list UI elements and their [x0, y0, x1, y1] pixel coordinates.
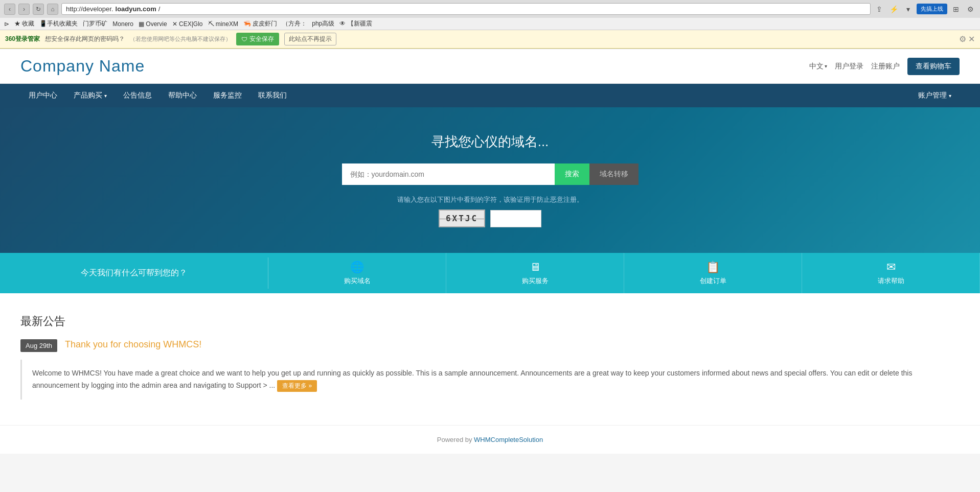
bookmark-monero[interactable]: Monero	[112, 20, 133, 28]
captcha-image: 6XTJC	[439, 209, 485, 227]
transfer-button[interactable]: 域名转移	[589, 163, 639, 185]
website: Company Name 中文 ▾ 用户登录 注册账户 查看购物车 用户中心 产…	[0, 49, 980, 454]
browser-settings-icon[interactable]: ⚙	[965, 4, 976, 15]
browser-action-button[interactable]: 先搞上线	[917, 4, 947, 14]
browser-chrome: ‹ › ↻ ⌂ http://developer.loadyun.com/ ⇪ …	[0, 0, 980, 49]
register-link[interactable]: 注册账户	[871, 62, 900, 71]
shield-icon: 🛡	[241, 36, 247, 43]
announcement-item: Aug 29th Thank you for choosing WHMCS!	[20, 339, 960, 352]
captcha-hint: 请输入您在以下图片中看到的字符，该验证用于防止恶意注册。	[397, 195, 583, 204]
browser-refresh-btn[interactable]: ↻	[33, 4, 44, 15]
announcement-body: Welcome to WHMCS! You have made a great …	[20, 360, 960, 400]
envelope-icon: ✉	[886, 261, 896, 274]
action-buy-service[interactable]: 🖥 购买服务	[446, 253, 624, 293]
hero-section: 寻找您心仪的域名... 搜索 域名转移 请输入您在以下图片中看到的字符，该验证用…	[0, 107, 980, 253]
bookmarks-label[interactable]: ⊳	[4, 20, 9, 28]
nav-item-user-center[interactable]: 用户中心	[20, 84, 65, 107]
action-items: 🌐 购买域名 🖥 购买服务 📋 创建订单 ✉ 请求帮助	[268, 253, 980, 293]
bookmark-favorites[interactable]: ★ 收藏	[14, 19, 34, 28]
hero-title: 寻找您心仪的域名...	[431, 133, 549, 151]
address-bar[interactable]: http://developer.loadyun.com/	[61, 3, 871, 15]
products-dropdown-arrow: ▾	[104, 93, 107, 99]
lightning-icon[interactable]: ⚡	[888, 4, 899, 15]
announcements-title: 最新公告	[20, 314, 960, 329]
bookmark-fangzhou[interactable]: （方舟：	[282, 19, 307, 28]
account-dropdown-arrow: ▾	[949, 93, 951, 99]
announcement-date: Aug 29th	[20, 339, 57, 352]
server-icon: 🖥	[530, 261, 541, 274]
nav-item-products[interactable]: 产品购买 ▾	[65, 84, 115, 107]
nav-item-monitor[interactable]: 服务监控	[205, 84, 250, 107]
read-more-button[interactable]: 查看更多	[277, 380, 317, 392]
captcha-section: 请输入您在以下图片中看到的字符，该验证用于防止恶意注册。 6XTJC	[397, 195, 583, 227]
language-selector[interactable]: 中文 ▾	[809, 62, 827, 71]
action-bar: 今天我们有什么可帮到您的？ 🌐 购买域名 🖥 购买服务 📋 创建订单 ✉ 请求帮…	[0, 253, 980, 293]
captcha-input[interactable]	[490, 210, 541, 227]
browser-forward-btn[interactable]: ›	[18, 4, 30, 15]
action-create-order-label: 创建订单	[700, 276, 726, 286]
bookmark-cex[interactable]: ✕ CEX|Glo	[172, 20, 203, 28]
browser-topbar: ‹ › ↻ ⌂ http://developer.loadyun.com/ ⇪ …	[0, 0, 980, 18]
language-label: 中文	[809, 62, 824, 71]
dropdown-icon[interactable]: ▾	[902, 4, 914, 15]
announcement-title-link[interactable]: Thank you for choosing WHMCS!	[65, 339, 201, 350]
no-show-button[interactable]: 此站点不再提示	[284, 33, 336, 45]
cart-button[interactable]: 查看购物车	[907, 58, 960, 75]
nav-item-account[interactable]: 账户管理 ▾	[910, 84, 960, 107]
address-url-plain: http://developer.	[66, 5, 113, 13]
action-buy-service-label: 购买服务	[522, 276, 549, 286]
domain-search-input[interactable]	[342, 163, 555, 185]
bookmark-xinjiang[interactable]: 👁 【新疆震	[339, 19, 372, 28]
safe-save-label: 安全保存	[249, 35, 274, 43]
browser-back-btn[interactable]: ‹	[4, 4, 15, 15]
bookmark-minexm[interactable]: ⛏ mineXM	[208, 20, 238, 28]
bookmark-mobile[interactable]: 📱手机收藏夹	[39, 19, 78, 28]
browser-right-icons: ⇪ ⚡ ▾ 先搞上线 ⊞ ⚙	[874, 4, 976, 15]
globe-icon: 🌐	[350, 261, 364, 274]
nav-item-announcements[interactable]: 公告信息	[115, 84, 160, 107]
search-button[interactable]: 搜索	[555, 163, 589, 185]
security-bar-label: 360登录管家	[5, 35, 40, 43]
address-url-bold: loadyun.com	[116, 5, 156, 13]
security-bar-note: （若您使用网吧等公共电脑不建议保存）	[130, 35, 231, 43]
share-icon[interactable]: ⇪	[874, 4, 885, 15]
address-url-end: /	[158, 5, 161, 13]
clipboard-icon: 📋	[706, 261, 720, 274]
site-nav: 用户中心 产品购买 ▾ 公告信息 帮助中心 服务监控 联系我们 账户管理 ▾	[0, 84, 980, 107]
site-logo: Company Name	[20, 57, 145, 76]
safe-save-button[interactable]: 🛡 安全保存	[236, 33, 279, 45]
bookmark-pipixia[interactable]: 🦐 皮皮虾门	[243, 19, 277, 28]
security-bar-text: 想安全保存此网页的密码吗？	[45, 35, 125, 43]
site-header: Company Name 中文 ▾ 用户登录 注册账户 查看购物车	[0, 49, 980, 84]
bookmark-monero-mine[interactable]: 门罗币矿	[83, 19, 107, 28]
action-buy-domain[interactable]: 🌐 购买域名	[268, 253, 446, 293]
captcha-row: 6XTJC	[439, 209, 541, 227]
announcement-body-text: Welcome to WHMCS! You have made a great …	[32, 369, 912, 389]
browser-home-btn[interactable]: ⌂	[47, 4, 58, 15]
security-bar: 360登录管家 想安全保存此网页的密码吗？ （若您使用网吧等公共电脑不建议保存）…	[0, 30, 980, 49]
language-dropdown-arrow: ▾	[825, 63, 827, 69]
hero-search-bar: 搜索 域名转移	[342, 163, 639, 185]
bookmark-overvie[interactable]: ▦ Overvie	[139, 20, 167, 28]
login-link[interactable]: 用户登录	[835, 62, 863, 71]
action-request-help[interactable]: ✉ 请求帮助	[802, 253, 980, 293]
nav-item-contact[interactable]: 联系我们	[250, 84, 295, 107]
footer-text: Powered by	[437, 436, 474, 443]
action-request-help-label: 请求帮助	[878, 276, 904, 286]
site-footer: Powered by WHMCompleteSolution	[0, 425, 980, 454]
header-right: 中文 ▾ 用户登录 注册账户 查看购物车	[809, 58, 960, 75]
bookmarks-bar: ⊳ ★ 收藏 📱手机收藏夹 门罗币矿 Monero ▦ Overvie ✕ CE…	[0, 18, 980, 30]
bookmark-php[interactable]: php高级	[312, 19, 334, 28]
browser-extend-icon[interactable]: ⊞	[950, 4, 962, 15]
footer-link[interactable]: WHMCompleteSolution	[474, 436, 543, 443]
announcements-section: 最新公告 Aug 29th Thank you for choosing WHM…	[0, 293, 980, 425]
action-create-order[interactable]: 📋 创建订单	[624, 253, 802, 293]
nav-item-help[interactable]: 帮助中心	[160, 84, 205, 107]
security-bar-close-icon[interactable]: ⚙ ✕	[959, 34, 975, 44]
action-buy-domain-label: 购买域名	[344, 276, 371, 286]
action-bar-question: 今天我们有什么可帮到您的？	[0, 257, 268, 289]
